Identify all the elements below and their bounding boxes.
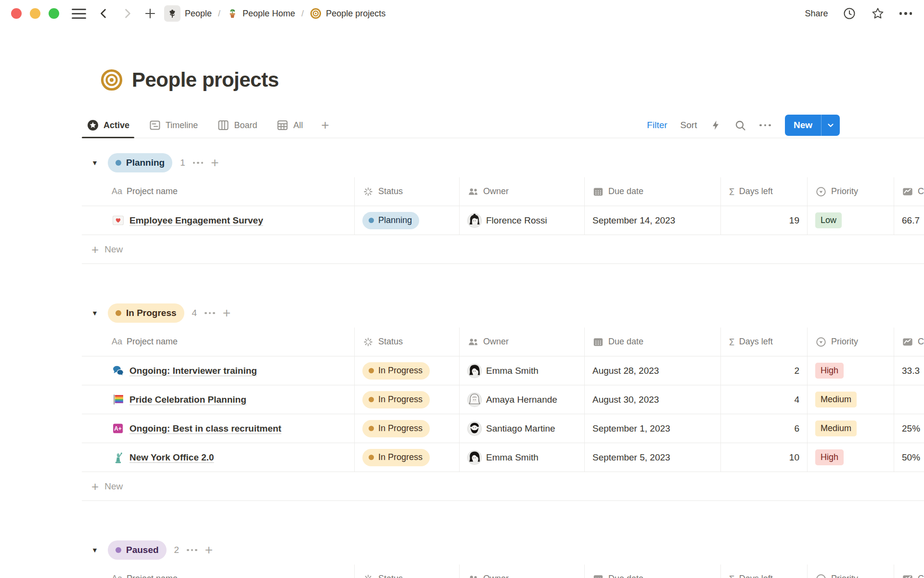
minimize-window-button[interactable]	[30, 8, 40, 19]
group-more-icon[interactable]	[187, 549, 197, 552]
project-name-cell[interactable]: New York Office 2.0	[82, 443, 355, 472]
table-row[interactable]: A+ Ongoing: Best in class recruitment In…	[82, 414, 924, 443]
favorite-star-icon[interactable]	[871, 6, 885, 21]
column-header-priority[interactable]: Priority	[808, 328, 894, 356]
tab-active[interactable]: Active	[82, 113, 134, 138]
column-header-days[interactable]: ΣDays left	[721, 328, 808, 356]
days-left-cell[interactable]: 2	[721, 356, 808, 385]
collapse-toggle-icon[interactable]: ▼	[91, 159, 100, 167]
lightning-icon[interactable]	[710, 119, 721, 131]
owner-cell[interactable]: Emma Smith	[460, 443, 585, 472]
project-name-link[interactable]: New York Office 2.0	[129, 452, 214, 463]
project-name-cell[interactable]: Ongoing: Interviewer training	[82, 356, 355, 385]
breadcrumb-item-people-projects[interactable]: People projects	[326, 9, 385, 19]
search-icon[interactable]	[734, 119, 746, 131]
owner-cell[interactable]: Santiago Martine	[460, 414, 585, 443]
column-header-due[interactable]: Due date	[585, 328, 721, 356]
status-cell[interactable]: In Progress	[355, 385, 460, 414]
share-button[interactable]: Share	[805, 9, 828, 19]
new-row-button[interactable]: + New	[82, 472, 924, 501]
group-add-icon[interactable]: +	[223, 306, 231, 320]
column-header-name[interactable]: Aa Project name	[82, 177, 355, 206]
chevron-down-icon[interactable]	[821, 115, 840, 136]
tab-board[interactable]: Board	[212, 113, 262, 138]
clock-icon[interactable]	[843, 7, 856, 20]
due-date-cell[interactable]: August 28, 2023	[585, 356, 721, 385]
zoom-window-button[interactable]	[49, 8, 59, 19]
group-tag-in-progress[interactable]: In Progress	[108, 303, 184, 323]
collapse-toggle-icon[interactable]: ▼	[91, 309, 100, 317]
back-icon[interactable]	[96, 5, 112, 22]
project-name-cell[interactable]: Employee Engagement Survey	[82, 206, 355, 235]
days-left-cell[interactable]: 10	[721, 443, 808, 472]
project-name-cell[interactable]: Pride Celebration Planning	[82, 385, 355, 414]
column-header-owner[interactable]: Owner	[460, 177, 585, 206]
view-more-options-icon[interactable]	[759, 124, 771, 127]
days-left-cell[interactable]: 4	[721, 385, 808, 414]
completion-cell[interactable]: 50%	[894, 443, 924, 472]
status-cell[interactable]: Planning	[355, 206, 460, 235]
column-header-name[interactable]: AaProject name	[82, 328, 355, 356]
owner-cell[interactable]: Emma Smith	[460, 356, 585, 385]
group-more-icon[interactable]	[205, 312, 215, 315]
priority-cell[interactable]: Medium	[808, 385, 894, 414]
owner-cell[interactable]: Amaya Hernande	[460, 385, 585, 414]
due-date-cell[interactable]: September 1, 2023	[585, 414, 721, 443]
column-header-due[interactable]: Due date	[585, 565, 721, 578]
status-cell[interactable]: In Progress	[355, 414, 460, 443]
priority-cell[interactable]: Medium	[808, 414, 894, 443]
project-name-link[interactable]: Employee Engagement Survey	[129, 215, 263, 226]
column-header-status[interactable]: Status	[355, 328, 460, 356]
breadcrumb-item-people[interactable]: People	[185, 9, 212, 19]
completion-cell[interactable]: 25%	[894, 414, 924, 443]
new-row-button[interactable]: + New	[82, 235, 924, 264]
project-name-cell[interactable]: A+ Ongoing: Best in class recruitment	[82, 414, 355, 443]
group-add-icon[interactable]: +	[211, 156, 218, 170]
project-name-link[interactable]: Pride Celebration Planning	[129, 394, 246, 405]
column-header-status[interactable]: Status	[355, 177, 460, 206]
column-header-days[interactable]: ΣDays left	[721, 565, 808, 578]
column-header-priority[interactable]: Priority	[808, 177, 894, 206]
project-name-link[interactable]: Ongoing: Best in class recruitment	[129, 423, 282, 434]
add-view-icon[interactable]: +	[317, 118, 333, 133]
priority-cell[interactable]: High	[808, 356, 894, 385]
table-row[interactable]: Pride Celebration Planning In Progress A…	[82, 385, 924, 414]
priority-cell[interactable]: High	[808, 443, 894, 472]
new-button[interactable]: New	[785, 115, 840, 136]
column-header-completion[interactable]: C	[894, 565, 924, 578]
tab-all[interactable]: All	[271, 113, 308, 138]
more-options-icon[interactable]	[899, 12, 912, 15]
status-cell[interactable]: In Progress	[355, 356, 460, 385]
column-header-completion[interactable]: C	[894, 177, 924, 206]
priority-cell[interactable]: Low	[808, 206, 894, 235]
close-window-button[interactable]	[11, 8, 22, 19]
completion-cell[interactable]: 66.7	[894, 206, 924, 235]
status-cell[interactable]: In Progress	[355, 443, 460, 472]
column-header-owner[interactable]: Owner	[460, 328, 585, 356]
tab-timeline[interactable]: Timeline	[144, 113, 203, 138]
column-header-name[interactable]: AaProject name	[82, 565, 355, 578]
sidebar-menu-icon[interactable]	[72, 9, 86, 19]
column-header-days[interactable]: Σ Days left	[721, 177, 808, 206]
column-header-priority[interactable]: Priority	[808, 565, 894, 578]
column-header-completion[interactable]: C	[894, 328, 924, 356]
filter-button[interactable]: Filter	[647, 120, 667, 131]
owner-cell[interactable]: Florence Rossi	[460, 206, 585, 235]
completion-cell[interactable]: 33.3	[894, 356, 924, 385]
new-button-label[interactable]: New	[785, 115, 821, 136]
target-icon[interactable]	[100, 68, 123, 92]
due-date-cell[interactable]: August 30, 2023	[585, 385, 721, 414]
breadcrumb-item-people-home[interactable]: People Home	[243, 9, 295, 19]
column-header-due[interactable]: Due date	[585, 177, 721, 206]
due-date-cell[interactable]: September 5, 2023	[585, 443, 721, 472]
collapse-toggle-icon[interactable]: ▼	[91, 546, 100, 554]
column-header-owner[interactable]: Owner	[460, 565, 585, 578]
project-name-link[interactable]: Ongoing: Interviewer training	[129, 366, 257, 376]
column-header-status[interactable]: Status	[355, 565, 460, 578]
table-row[interactable]: Ongoing: Interviewer training In Progres…	[82, 356, 924, 385]
due-date-cell[interactable]: September 14, 2023	[585, 206, 721, 235]
group-add-icon[interactable]: +	[205, 543, 213, 557]
days-left-cell[interactable]: 19	[721, 206, 808, 235]
completion-cell[interactable]	[894, 385, 924, 414]
new-page-icon[interactable]	[142, 5, 158, 22]
